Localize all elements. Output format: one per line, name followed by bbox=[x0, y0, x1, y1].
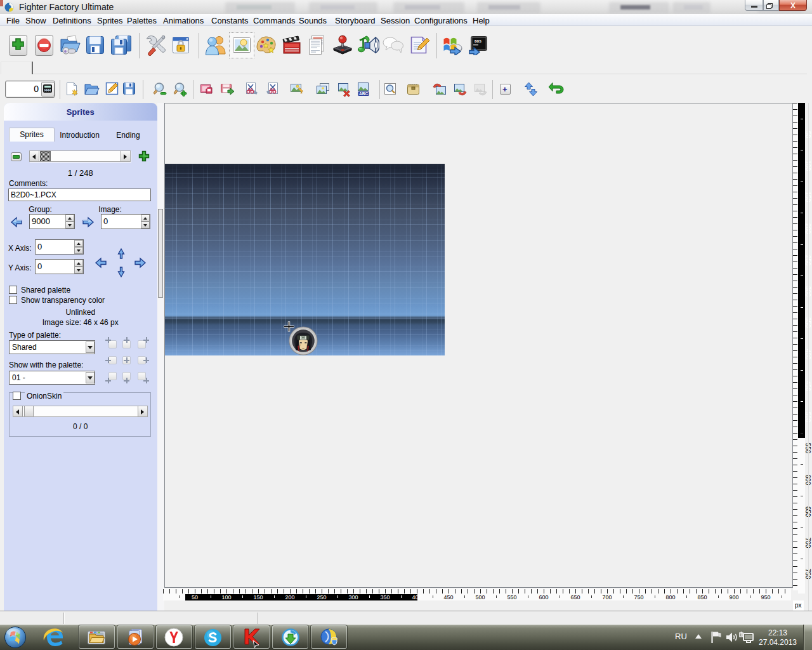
svg-text:DOS: DOS bbox=[475, 39, 481, 44]
svg-text:ABC: ABC bbox=[359, 91, 368, 96]
